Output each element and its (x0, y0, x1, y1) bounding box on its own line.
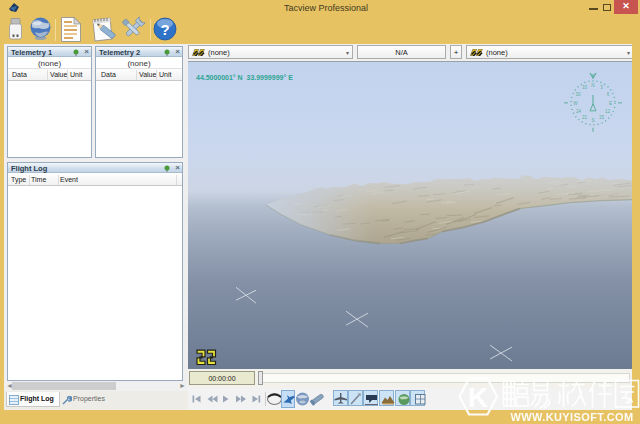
svg-text:21: 21 (582, 115, 588, 120)
svg-text:30: 30 (575, 92, 581, 97)
svg-text:44.5000001° N 33.9999999° E: 44.5000001° N 33.9999999° E (196, 74, 293, 81)
svg-text:33: 33 (582, 85, 588, 90)
svg-text:24: 24 (576, 109, 582, 114)
svg-text:12: 12 (605, 109, 611, 114)
svg-text:N: N (591, 83, 594, 88)
svg-text:?: ? (160, 21, 169, 38)
svg-text:E: E (609, 101, 612, 106)
svg-text:WWW.KUYISOFT.COM: WWW.KUYISOFT.COM (510, 411, 633, 423)
svg-text:S: S (591, 118, 594, 123)
svg-text:K: K (468, 382, 488, 413)
svg-text:15: 15 (599, 115, 605, 120)
svg-text:3: 3 (600, 85, 603, 90)
svg-text:W: W (573, 101, 578, 106)
svg-text:6: 6 (607, 92, 610, 97)
